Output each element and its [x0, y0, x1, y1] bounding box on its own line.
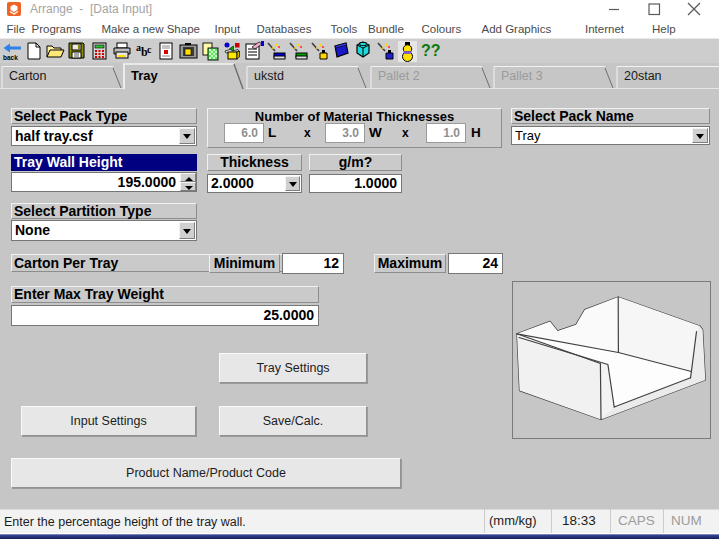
svg-text:back: back	[3, 54, 18, 61]
svg-text:??: ??	[421, 42, 441, 59]
svg-text:c: c	[147, 44, 152, 55]
svg-text:Pallet 2: Pallet 2	[378, 69, 420, 83]
svg-text:ukstd: ukstd	[254, 69, 284, 83]
svg-text:Pallet 3: Pallet 3	[501, 69, 543, 83]
svg-text:20stan: 20stan	[624, 69, 662, 83]
svg-text:Carton: Carton	[9, 69, 47, 83]
svg-text:Tray: Tray	[131, 68, 159, 83]
